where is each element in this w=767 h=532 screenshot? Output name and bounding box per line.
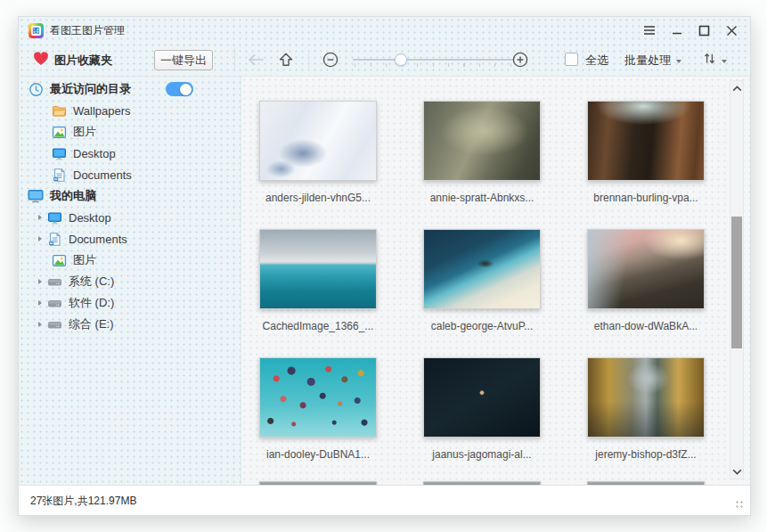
thumbnail-panel: anders-jilden-vhnG5...annie-spratt-Abnkx… — [241, 77, 750, 485]
tree-item-最近访问的目录[interactable]: 最近访问的目录 — [19, 78, 241, 100]
sort-icon — [703, 51, 716, 70]
expand-arrow-icon[interactable] — [38, 322, 42, 327]
scroll-up-icon[interactable] — [730, 82, 743, 94]
tree-item-label: Wallpapers — [73, 104, 131, 118]
tree-item-综合 (E:)[interactable]: 综合 (E:) — [19, 314, 241, 335]
select-all-checkbox[interactable] — [565, 53, 578, 66]
tree-item-label: 我的电脑 — [50, 188, 96, 204]
scroll-down-icon[interactable] — [730, 465, 743, 478]
app-window: 图 看图王图片管理 图片收藏夹 一键导出 — [18, 16, 751, 516]
tree-item-label: Documents — [69, 233, 127, 246]
grid-item[interactable]: jeremy-bishop-d3fZ... — [564, 357, 728, 485]
document-icon — [51, 167, 67, 183]
zoom-in-icon[interactable] — [511, 51, 529, 72]
tree-item-Documents[interactable]: Documents — [19, 228, 241, 250]
image-thumbnail[interactable] — [587, 229, 705, 309]
pictures-icon — [51, 124, 67, 140]
recent-dirs-toggle[interactable] — [166, 82, 193, 96]
drive-icon — [46, 316, 62, 332]
batch-process-label: 批量处理 — [624, 53, 671, 69]
image-filename: annie-spratt-Abnkxs... — [430, 192, 534, 204]
tree-item-Wallpapers[interactable]: Wallpapers — [19, 100, 241, 121]
grid-item[interactable]: ethan-dow-dWaBkA... — [564, 229, 728, 357]
folder-tree-sidebar: 最近访问的目录Wallpapers图片DesktopDocuments我的电脑D… — [19, 77, 241, 485]
computer-icon — [28, 188, 44, 204]
tree-item-label: 最近访问的目录 — [50, 81, 131, 97]
image-filename: CachedImage_1366_... — [263, 320, 374, 332]
grid-item[interactable]: brennan-burling-vpa... — [564, 101, 728, 229]
grid-item[interactable]: annie-spratt-Abnkxs... — [400, 101, 564, 229]
heart-icon — [33, 52, 49, 70]
vertical-scrollbar[interactable] — [730, 80, 744, 479]
expand-arrow-icon[interactable] — [38, 300, 42, 306]
window-title: 看图王图片管理 — [50, 23, 125, 38]
document-icon — [46, 231, 62, 247]
tree-item-label: 软件 (D:) — [69, 295, 114, 311]
grid-item[interactable]: caleb-george-AtvuP... — [400, 229, 564, 357]
tree-item-label: 综合 (E:) — [69, 316, 114, 332]
scrollbar-thumb[interactable] — [731, 217, 742, 348]
window-controls — [642, 17, 738, 44]
zoom-slider[interactable] — [353, 44, 513, 76]
tree-item-label: Desktop — [69, 211, 111, 225]
drive-icon — [46, 295, 62, 311]
image-filename: caleb-george-AtvuP... — [431, 320, 534, 332]
content-area: 最近访问的目录Wallpapers图片DesktopDocuments我的电脑D… — [19, 76, 750, 485]
image-filename: ethan-dow-dWaBkA... — [594, 320, 698, 332]
tree-item-图片[interactable]: 图片 — [19, 250, 241, 271]
expand-arrow-icon[interactable] — [38, 215, 42, 220]
image-thumbnail[interactable] — [259, 229, 377, 309]
toolbar-divider — [234, 47, 235, 72]
toolbar: 图片收藏夹 一键导出 全选 批量处理 — [19, 44, 750, 76]
tree-item-Desktop[interactable]: Desktop — [19, 143, 241, 164]
zoom-out-icon[interactable] — [322, 51, 339, 72]
folder-icon — [51, 102, 67, 119]
expand-arrow-icon[interactable] — [38, 279, 42, 284]
batch-process-dropdown[interactable]: 批量处理 — [624, 53, 681, 69]
up-folder-icon[interactable] — [278, 52, 294, 71]
image-filename: ian-dooley-DuBNA1... — [266, 448, 370, 461]
grid-item[interactable]: ian-dooley-DuBNA1... — [241, 357, 400, 485]
close-icon[interactable] — [725, 24, 738, 37]
toggle-knob — [180, 84, 192, 95]
image-thumbnail[interactable] — [423, 101, 541, 181]
tree-item-label: Documents — [73, 168, 132, 182]
image-thumbnail[interactable] — [259, 101, 377, 181]
favorites-title: 图片收藏夹 — [54, 53, 112, 69]
tree-item-我的电脑[interactable]: 我的电脑 — [19, 185, 241, 207]
tree-item-软件 (D:)[interactable]: 软件 (D:) — [19, 292, 241, 314]
tree-item-label: Desktop — [73, 147, 116, 160]
image-count-status: 27张图片,共121.97MB — [30, 494, 136, 509]
drive-icon — [46, 274, 62, 290]
grid-item[interactable]: CachedImage_1366_... — [241, 229, 400, 357]
title-bar: 图 看图王图片管理 — [19, 17, 750, 44]
tree-item-label: 系统 (C:) — [69, 274, 114, 290]
zoom-slider-track[interactable] — [353, 59, 513, 61]
image-thumbnail[interactable] — [423, 229, 541, 309]
back-icon[interactable] — [247, 53, 265, 70]
zoom-slider-handle[interactable] — [395, 53, 407, 66]
tree-item-图片[interactable]: 图片 — [19, 121, 241, 143]
maximize-icon[interactable] — [698, 24, 711, 37]
tree-item-系统 (C:)[interactable]: 系统 (C:) — [19, 271, 241, 292]
clock-icon — [28, 81, 44, 97]
tree-item-Documents[interactable]: Documents — [19, 164, 241, 185]
menu-icon[interactable] — [642, 24, 656, 37]
resize-grip-icon[interactable] — [734, 499, 745, 510]
image-thumbnail[interactable] — [423, 357, 541, 438]
desktop-icon — [46, 209, 62, 225]
image-thumbnail[interactable] — [587, 101, 705, 181]
minimize-icon[interactable] — [670, 24, 683, 37]
sort-dropdown[interactable] — [703, 51, 727, 70]
zoom-slider-ticks — [355, 63, 511, 67]
image-thumbnail[interactable] — [259, 357, 377, 438]
tree-item-Desktop[interactable]: Desktop — [19, 207, 241, 228]
export-button[interactable]: 一键导出 — [154, 50, 213, 70]
select-all-label[interactable]: 全选 — [585, 53, 608, 69]
caret-down-icon — [676, 60, 681, 63]
image-thumbnail[interactable] — [587, 357, 705, 438]
grid-item[interactable]: anders-jilden-vhnG5... — [241, 101, 400, 229]
grid-item[interactable]: jaanus-jagomagi-al... — [400, 357, 564, 485]
expand-arrow-icon[interactable] — [38, 236, 42, 241]
image-filename: brennan-burling-vpa... — [593, 192, 698, 204]
